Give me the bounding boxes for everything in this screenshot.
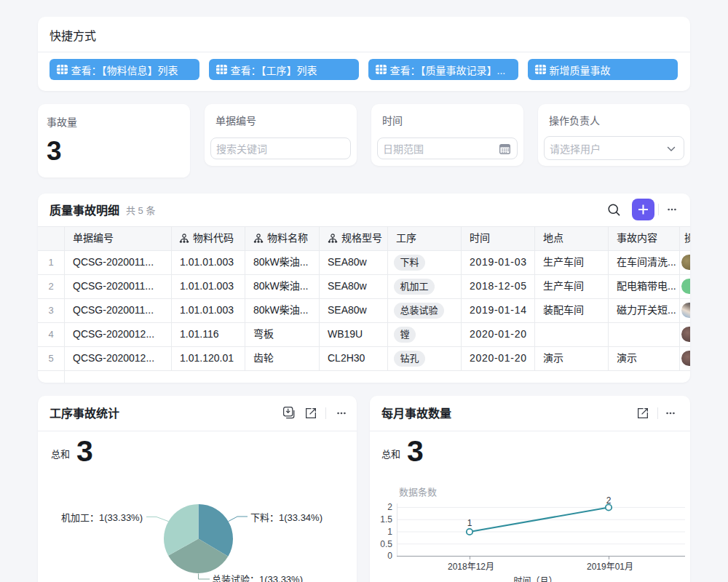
svg-text:1: 1 <box>387 527 392 537</box>
svg-text:2018年12月: 2018年12月 <box>448 562 494 572</box>
svg-text:机加工：1(33.33%): 机加工：1(33.33%) <box>61 512 143 523</box>
svg-text:数据条数: 数据条数 <box>399 487 437 498</box>
svg-text:0: 0 <box>387 551 392 561</box>
svg-text:2: 2 <box>606 495 612 506</box>
svg-text:总装试验：1(33.33%): 总装试验：1(33.33%) <box>212 574 303 582</box>
svg-text:2019年01月: 2019年01月 <box>587 562 633 572</box>
svg-text:0.5: 0.5 <box>380 539 392 549</box>
svg-text:1: 1 <box>467 518 472 528</box>
svg-text:下料：1(33.34%): 下料：1(33.34%) <box>250 512 323 523</box>
svg-text:时间（月）: 时间（月） <box>513 576 557 582</box>
svg-text:2: 2 <box>387 502 392 512</box>
svg-text:1.5: 1.5 <box>380 514 392 525</box>
